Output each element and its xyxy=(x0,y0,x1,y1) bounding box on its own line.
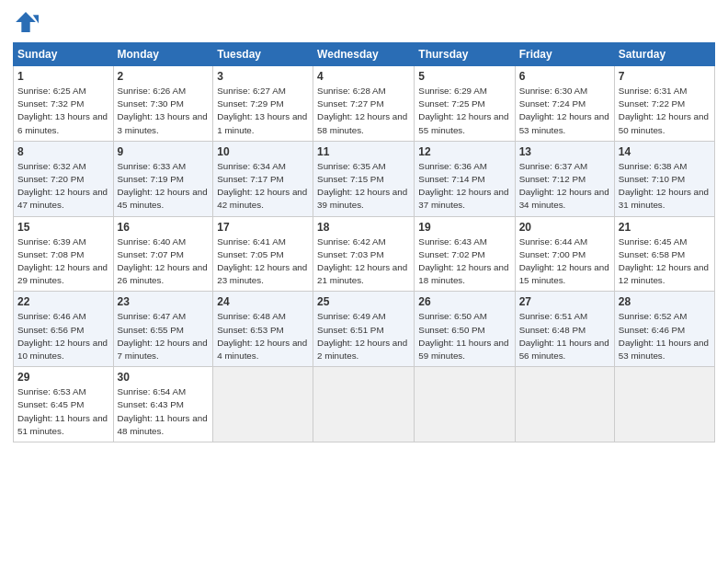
calendar-cell: 17 Sunrise: 6:41 AM Sunset: 7:05 PM Dayl… xyxy=(213,216,313,292)
day-info: Sunrise: 6:54 AM Sunset: 6:43 PM Dayligh… xyxy=(118,385,210,438)
calendar-cell: 2 Sunrise: 6:26 AM Sunset: 7:30 PM Dayli… xyxy=(113,66,213,142)
day-number: 13 xyxy=(519,145,610,158)
day-info: Sunrise: 6:41 AM Sunset: 7:05 PM Dayligh… xyxy=(217,236,309,288)
day-number: 4 xyxy=(317,70,410,83)
weekday-header-sunday: Sunday xyxy=(14,43,114,66)
day-info: Sunrise: 6:29 AM Sunset: 7:25 PM Dayligh… xyxy=(418,85,510,137)
day-info: Sunrise: 6:34 AM Sunset: 7:17 PM Dayligh… xyxy=(217,160,309,213)
calendar-cell xyxy=(213,367,313,442)
day-number: 25 xyxy=(317,295,410,308)
day-info: Sunrise: 6:43 AM Sunset: 7:02 PM Dayligh… xyxy=(418,236,510,288)
calendar-cell: 13 Sunrise: 6:37 AM Sunset: 7:12 PM Dayl… xyxy=(515,141,614,216)
day-number: 1 xyxy=(17,70,109,83)
day-number: 18 xyxy=(317,221,410,234)
calendar-cell: 19 Sunrise: 6:43 AM Sunset: 7:02 PM Dayl… xyxy=(415,216,515,292)
calendar-cell: 21 Sunrise: 6:45 AM Sunset: 6:58 PM Dayl… xyxy=(614,216,714,292)
calendar-cell: 18 Sunrise: 6:42 AM Sunset: 7:03 PM Dayl… xyxy=(313,216,415,292)
day-info: Sunrise: 6:35 AM Sunset: 7:15 PM Dayligh… xyxy=(317,160,410,213)
day-number: 29 xyxy=(17,371,109,384)
calendar-cell: 14 Sunrise: 6:38 AM Sunset: 7:10 PM Dayl… xyxy=(614,141,714,216)
day-number: 23 xyxy=(118,295,210,308)
day-info: Sunrise: 6:33 AM Sunset: 7:19 PM Dayligh… xyxy=(118,160,210,213)
day-info: Sunrise: 6:25 AM Sunset: 7:32 PM Dayligh… xyxy=(17,85,109,137)
logo xyxy=(13,9,42,35)
calendar-cell: 16 Sunrise: 6:40 AM Sunset: 7:07 PM Dayl… xyxy=(113,216,213,292)
day-info: Sunrise: 6:36 AM Sunset: 7:14 PM Dayligh… xyxy=(418,160,510,213)
day-number: 11 xyxy=(317,145,410,158)
calendar-week-4: 22 Sunrise: 6:46 AM Sunset: 6:56 PM Dayl… xyxy=(14,292,715,367)
calendar-cell: 27 Sunrise: 6:51 AM Sunset: 6:48 PM Dayl… xyxy=(515,292,614,367)
day-number: 8 xyxy=(17,145,109,158)
weekday-header-thursday: Thursday xyxy=(415,43,515,66)
day-number: 9 xyxy=(118,145,210,158)
day-info: Sunrise: 6:52 AM Sunset: 6:46 PM Dayligh… xyxy=(619,310,711,362)
calendar: SundayMondayTuesdayWednesdayThursdayFrid… xyxy=(13,42,715,442)
weekday-header-row: SundayMondayTuesdayWednesdayThursdayFrid… xyxy=(14,43,715,66)
day-info: Sunrise: 6:40 AM Sunset: 7:07 PM Dayligh… xyxy=(118,236,210,288)
day-info: Sunrise: 6:27 AM Sunset: 7:29 PM Dayligh… xyxy=(217,85,309,137)
day-number: 3 xyxy=(217,70,309,83)
day-number: 21 xyxy=(619,221,711,234)
day-number: 17 xyxy=(217,221,309,234)
day-info: Sunrise: 6:28 AM Sunset: 7:27 PM Dayligh… xyxy=(317,85,410,137)
day-number: 6 xyxy=(519,70,610,83)
day-number: 20 xyxy=(519,221,610,234)
calendar-cell: 15 Sunrise: 6:39 AM Sunset: 7:08 PM Dayl… xyxy=(14,216,114,292)
day-number: 28 xyxy=(619,295,711,308)
day-number: 24 xyxy=(217,295,309,308)
calendar-cell: 28 Sunrise: 6:52 AM Sunset: 6:46 PM Dayl… xyxy=(614,292,714,367)
calendar-cell: 11 Sunrise: 6:35 AM Sunset: 7:15 PM Dayl… xyxy=(313,141,415,216)
day-number: 10 xyxy=(217,145,309,158)
calendar-cell: 12 Sunrise: 6:36 AM Sunset: 7:14 PM Dayl… xyxy=(415,141,515,216)
day-number: 19 xyxy=(418,221,510,234)
calendar-cell xyxy=(313,367,415,442)
day-info: Sunrise: 6:39 AM Sunset: 7:08 PM Dayligh… xyxy=(17,236,109,288)
calendar-cell: 29 Sunrise: 6:53 AM Sunset: 6:45 PM Dayl… xyxy=(14,367,114,442)
day-number: 12 xyxy=(418,145,510,158)
day-info: Sunrise: 6:44 AM Sunset: 7:00 PM Dayligh… xyxy=(519,236,610,288)
calendar-week-2: 8 Sunrise: 6:32 AM Sunset: 7:20 PM Dayli… xyxy=(14,141,715,216)
day-info: Sunrise: 6:47 AM Sunset: 6:55 PM Dayligh… xyxy=(118,310,210,362)
calendar-cell: 9 Sunrise: 6:33 AM Sunset: 7:19 PM Dayli… xyxy=(113,141,213,216)
day-info: Sunrise: 6:48 AM Sunset: 6:53 PM Dayligh… xyxy=(217,310,309,362)
weekday-header-friday: Friday xyxy=(515,43,614,66)
day-number: 30 xyxy=(118,371,210,384)
calendar-cell: 24 Sunrise: 6:48 AM Sunset: 6:53 PM Dayl… xyxy=(213,292,313,367)
day-info: Sunrise: 6:31 AM Sunset: 7:22 PM Dayligh… xyxy=(619,85,711,137)
day-info: Sunrise: 6:45 AM Sunset: 6:58 PM Dayligh… xyxy=(619,236,711,288)
calendar-cell: 26 Sunrise: 6:50 AM Sunset: 6:50 PM Dayl… xyxy=(415,292,515,367)
day-info: Sunrise: 6:53 AM Sunset: 6:45 PM Dayligh… xyxy=(17,385,109,438)
calendar-cell: 1 Sunrise: 6:25 AM Sunset: 7:32 PM Dayli… xyxy=(14,66,114,142)
day-number: 14 xyxy=(619,145,711,158)
calendar-cell: 6 Sunrise: 6:30 AM Sunset: 7:24 PM Dayli… xyxy=(515,66,614,142)
calendar-cell: 7 Sunrise: 6:31 AM Sunset: 7:22 PM Dayli… xyxy=(614,66,714,142)
weekday-header-saturday: Saturday xyxy=(614,43,714,66)
calendar-cell: 5 Sunrise: 6:29 AM Sunset: 7:25 PM Dayli… xyxy=(415,66,515,142)
day-info: Sunrise: 6:46 AM Sunset: 6:56 PM Dayligh… xyxy=(17,310,109,362)
calendar-cell: 3 Sunrise: 6:27 AM Sunset: 7:29 PM Dayli… xyxy=(213,66,313,142)
day-number: 15 xyxy=(17,221,109,234)
calendar-cell xyxy=(515,367,614,442)
day-info: Sunrise: 6:51 AM Sunset: 6:48 PM Dayligh… xyxy=(519,310,610,362)
weekday-header-tuesday: Tuesday xyxy=(213,43,313,66)
weekday-header-wednesday: Wednesday xyxy=(313,43,415,66)
day-info: Sunrise: 6:38 AM Sunset: 7:10 PM Dayligh… xyxy=(619,160,711,213)
calendar-cell: 30 Sunrise: 6:54 AM Sunset: 6:43 PM Dayl… xyxy=(113,367,213,442)
day-number: 2 xyxy=(118,70,210,83)
day-number: 27 xyxy=(519,295,610,308)
day-info: Sunrise: 6:37 AM Sunset: 7:12 PM Dayligh… xyxy=(519,160,610,213)
day-info: Sunrise: 6:49 AM Sunset: 6:51 PM Dayligh… xyxy=(317,310,410,362)
calendar-cell: 25 Sunrise: 6:49 AM Sunset: 6:51 PM Dayl… xyxy=(313,292,415,367)
calendar-week-3: 15 Sunrise: 6:39 AM Sunset: 7:08 PM Dayl… xyxy=(14,216,715,292)
calendar-cell: 22 Sunrise: 6:46 AM Sunset: 6:56 PM Dayl… xyxy=(14,292,114,367)
calendar-week-1: 1 Sunrise: 6:25 AM Sunset: 7:32 PM Dayli… xyxy=(14,66,715,142)
weekday-header-monday: Monday xyxy=(113,43,213,66)
day-number: 7 xyxy=(619,70,711,83)
calendar-cell: 20 Sunrise: 6:44 AM Sunset: 7:00 PM Dayl… xyxy=(515,216,614,292)
day-number: 26 xyxy=(418,295,510,308)
day-info: Sunrise: 6:32 AM Sunset: 7:20 PM Dayligh… xyxy=(17,160,109,213)
day-info: Sunrise: 6:26 AM Sunset: 7:30 PM Dayligh… xyxy=(118,85,210,137)
logo-icon xyxy=(13,9,39,35)
calendar-cell: 8 Sunrise: 6:32 AM Sunset: 7:20 PM Dayli… xyxy=(14,141,114,216)
calendar-cell xyxy=(614,367,714,442)
